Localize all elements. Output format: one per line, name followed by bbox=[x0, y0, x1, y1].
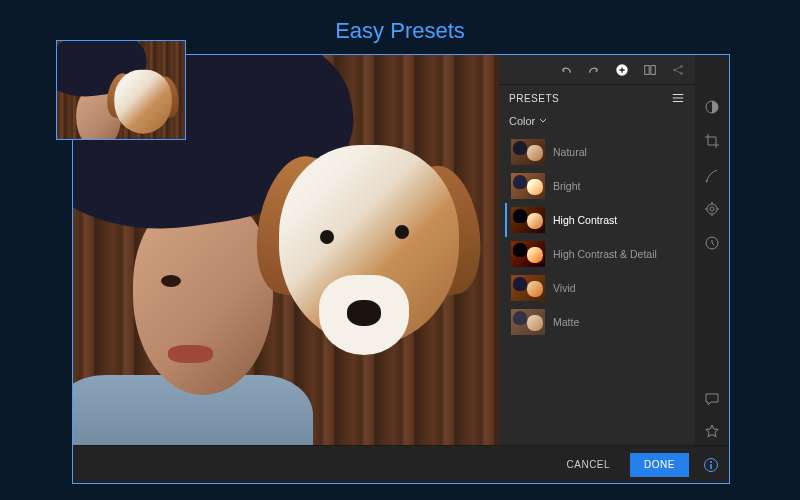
compare-icon[interactable] bbox=[643, 63, 657, 77]
done-button[interactable]: DONE bbox=[630, 453, 689, 477]
preset-category-label: Color bbox=[509, 115, 535, 127]
preset-label: Matte bbox=[553, 316, 579, 328]
svg-point-7 bbox=[707, 204, 717, 214]
preset-matte[interactable]: Matte bbox=[505, 305, 695, 339]
preset-thumb bbox=[511, 173, 545, 199]
share-icon[interactable] bbox=[671, 63, 685, 77]
footer-bar: CANCEL DONE bbox=[73, 445, 729, 483]
preset-label: Natural bbox=[553, 146, 587, 158]
preset-natural[interactable]: Natural bbox=[505, 135, 695, 169]
redo-icon[interactable] bbox=[587, 63, 601, 77]
preset-label: High Contrast bbox=[553, 214, 617, 226]
comment-icon[interactable] bbox=[704, 391, 720, 407]
cancel-button[interactable]: CANCEL bbox=[553, 453, 625, 477]
preset-thumb bbox=[511, 309, 545, 335]
preset-thumb bbox=[511, 241, 545, 267]
chevron-down-icon bbox=[539, 117, 547, 125]
undo-icon[interactable] bbox=[559, 63, 573, 77]
panel-menu-icon[interactable] bbox=[671, 91, 685, 105]
photo-dog-nose bbox=[347, 300, 381, 326]
svg-rect-2 bbox=[651, 65, 655, 74]
photo-dog-eye-right bbox=[395, 225, 409, 239]
panel-heading-row: PRESETS bbox=[499, 85, 695, 111]
svg-point-8 bbox=[710, 207, 714, 211]
photo-dog-eye-left bbox=[320, 230, 334, 244]
presets-panel: PRESETS Color Natural Bright High Contra bbox=[499, 55, 695, 483]
top-toolbar bbox=[499, 55, 695, 85]
preset-bright[interactable]: Bright bbox=[505, 169, 695, 203]
add-icon[interactable] bbox=[615, 63, 629, 77]
preset-list: Natural Bright High Contrast High Contra… bbox=[499, 135, 695, 483]
edit-icon[interactable] bbox=[704, 99, 720, 115]
photo-lips bbox=[168, 345, 213, 363]
preset-label: Vivid bbox=[553, 282, 576, 294]
history-icon[interactable] bbox=[704, 235, 720, 251]
preset-thumb bbox=[511, 275, 545, 301]
before-thumbnail[interactable] bbox=[56, 40, 186, 140]
brush-icon[interactable] bbox=[704, 167, 720, 183]
star-icon[interactable] bbox=[704, 423, 720, 439]
info-icon[interactable] bbox=[703, 457, 719, 473]
preset-label: Bright bbox=[553, 180, 580, 192]
preset-label: High Contrast & Detail bbox=[553, 248, 657, 260]
preset-high-contrast[interactable]: High Contrast bbox=[505, 203, 695, 237]
preset-vivid[interactable]: Vivid bbox=[505, 271, 695, 305]
preset-thumb bbox=[511, 139, 545, 165]
preset-thumb bbox=[511, 207, 545, 233]
photo-eye bbox=[161, 275, 181, 287]
preset-category-select[interactable]: Color bbox=[499, 111, 695, 135]
right-rail bbox=[695, 55, 729, 483]
optics-icon[interactable] bbox=[704, 201, 720, 217]
preset-high-contrast-detail[interactable]: High Contrast & Detail bbox=[505, 237, 695, 271]
svg-rect-1 bbox=[645, 65, 649, 74]
crop-icon[interactable] bbox=[704, 133, 720, 149]
svg-point-11 bbox=[710, 461, 712, 463]
panel-heading: PRESETS bbox=[509, 93, 559, 104]
